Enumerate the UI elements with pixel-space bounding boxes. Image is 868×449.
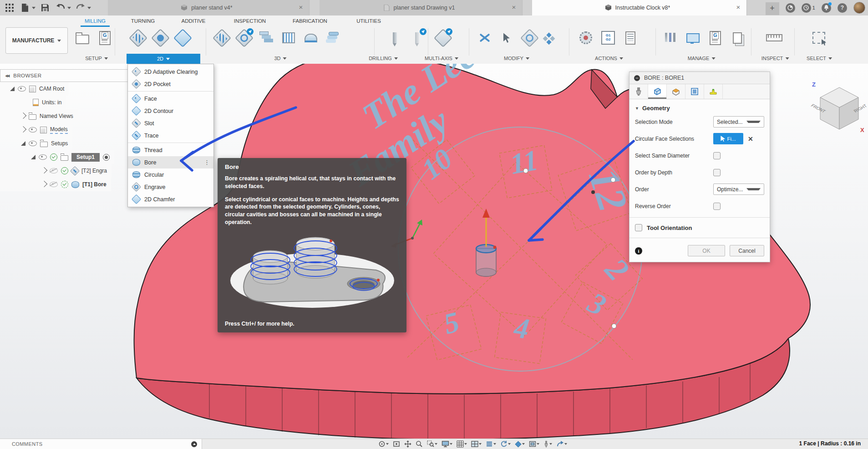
viewport-canvas[interactable]: 10 11 12 2 3 4 5 The Lee Family — [0, 64, 868, 439]
select-marquee-icon[interactable] — [809, 27, 828, 48]
group-label-multiaxis[interactable]: MULTI-AXIS — [425, 56, 458, 61]
undo-icon[interactable] — [55, 2, 66, 14]
group-label-modify[interactable]: MODIFY — [504, 56, 529, 61]
save-icon[interactable] — [39, 2, 51, 14]
2d-adaptive-icon[interactable] — [128, 27, 147, 48]
ribbon-tab-inspection[interactable]: INSPECTION — [230, 17, 270, 26]
visibility-eye-icon[interactable] — [29, 141, 37, 146]
four-diamond-icon[interactable] — [542, 27, 561, 48]
trim-cursor-icon[interactable] — [497, 27, 517, 48]
collapsed-twisty-icon[interactable] — [20, 126, 26, 132]
visibility-off-eye-icon[interactable] — [50, 182, 58, 187]
menu-item-bore[interactable]: Bore⋮ — [128, 156, 213, 168]
comments-expand-icon[interactable] — [191, 441, 197, 447]
visual-style-icon[interactable] — [484, 439, 497, 449]
toolpath-edit-icon[interactable] — [520, 27, 539, 48]
selection-mode-dropdown[interactable]: Selected... — [713, 116, 764, 128]
ok-button[interactable]: OK — [688, 245, 725, 256]
reverse-order-checkbox[interactable] — [713, 203, 721, 210]
info-icon[interactable]: i — [635, 247, 642, 255]
environment-icon[interactable] — [528, 439, 541, 449]
menu-item-2d-chamfer[interactable]: 2D Chamfer — [128, 193, 213, 205]
browser-row-t2-engrave[interactable]: [T2] Engra — [0, 164, 112, 178]
menu-item-trace[interactable]: Trace — [128, 129, 213, 142]
group-label-inspect[interactable]: INSPECT — [761, 56, 789, 61]
spiral-icon[interactable] — [324, 27, 343, 48]
swarf-icon[interactable] — [433, 27, 452, 48]
tool-preview-icon[interactable] — [542, 439, 553, 449]
redo-caret-icon[interactable] — [87, 7, 91, 9]
orbit-icon[interactable] — [377, 439, 390, 449]
tab-passes[interactable] — [685, 84, 704, 99]
3d-pocket-icon[interactable] — [234, 27, 254, 48]
display-settings-icon[interactable] — [440, 439, 454, 449]
file-menu-icon[interactable] — [19, 2, 31, 14]
tab-linking[interactable] — [704, 84, 723, 99]
extensions-icon[interactable] — [786, 3, 795, 13]
tool-library-icon[interactable] — [661, 27, 680, 48]
group-label-3d[interactable]: 3D — [274, 56, 286, 61]
setup-sheet-icon[interactable] — [621, 27, 640, 48]
comments-panel[interactable]: COMMENTS — [0, 439, 202, 449]
tab-heights[interactable] — [667, 84, 685, 99]
close-tab-icon[interactable]: × — [735, 4, 742, 11]
new-tab-button[interactable]: + — [766, 2, 779, 15]
tab-geometry[interactable] — [648, 84, 667, 99]
visibility-eye-icon[interactable] — [18, 86, 26, 92]
kebab-menu-icon[interactable]: ⋮ — [204, 159, 210, 166]
circular-hole-icon[interactable] — [407, 27, 426, 48]
machine-library-icon[interactable]: G — [706, 27, 725, 48]
menu-item-2d-contour[interactable]: 2D Contour — [128, 105, 213, 117]
redo-icon[interactable] — [75, 2, 86, 14]
browser-row-setup1[interactable]: Setup1 — [0, 150, 114, 164]
expanded-twisty-icon[interactable] — [31, 155, 36, 159]
active-setup-radio-icon[interactable] — [103, 154, 110, 161]
order-dropdown[interactable]: Optimize... — [713, 184, 764, 195]
app-grid-icon[interactable] — [4, 2, 15, 14]
browser-header[interactable]: ◀◀ BROWSER — [0, 69, 133, 82]
2d-contour-icon[interactable] — [173, 27, 192, 48]
group-label-select[interactable]: SELECT — [807, 56, 832, 61]
cancel-button[interactable]: Cancel — [730, 245, 764, 256]
tool-orientation-checkbox[interactable] — [635, 224, 642, 231]
expanded-twisty-icon[interactable] — [10, 87, 15, 91]
morphed-spiral-icon[interactable] — [301, 27, 320, 48]
expanded-twisty-icon[interactable] — [21, 141, 25, 146]
scissors-icon[interactable] — [475, 27, 494, 48]
dialog-header[interactable]: − BORE : BORE1 — [629, 72, 770, 84]
tab-tool[interactable] — [629, 84, 648, 99]
ribbon-tab-additive[interactable]: ADDITIVE — [177, 17, 209, 26]
workspace-switcher-button[interactable]: MANUFACTURE — [5, 27, 68, 54]
new-setup-icon[interactable] — [73, 27, 92, 48]
notifications-bell-icon[interactable] — [822, 3, 831, 13]
browser-row-setups[interactable]: Setups — [0, 137, 72, 150]
menu-item-face[interactable]: Face — [128, 92, 213, 105]
g1g2-generate-icon[interactable]: G1 G2 — [599, 27, 618, 48]
templates-icon[interactable] — [728, 27, 747, 48]
visibility-off-eye-icon[interactable] — [50, 168, 58, 173]
collapse-browser-icon[interactable]: ◀◀ — [5, 74, 9, 78]
close-tab-icon[interactable]: × — [510, 4, 518, 11]
group-label-actions[interactable]: ACTIONS — [595, 56, 623, 61]
ribbon-tab-turning[interactable]: TURNING — [127, 17, 159, 26]
same-diameter-checkbox[interactable] — [713, 152, 721, 159]
document-tab-instructable-clock[interactable]: Instructable Clock v8* × — [532, 0, 747, 15]
menu-item-slot[interactable]: Slot — [128, 117, 213, 129]
measure-icon[interactable] — [765, 27, 784, 48]
face-selection-button[interactable]: Fi... — [713, 133, 743, 144]
menu-item-circular[interactable]: Circular — [128, 168, 213, 181]
undo-caret-icon[interactable] — [67, 7, 71, 9]
drill-icon[interactable] — [385, 27, 404, 48]
ribbon-tab-milling[interactable]: MILLING — [81, 17, 110, 27]
job-status-icon[interactable] — [802, 3, 811, 13]
geometry-section-header[interactable]: ▼ Geometry — [629, 99, 770, 113]
group-label-drilling[interactable]: DRILLING — [369, 56, 398, 61]
browser-row-models[interactable]: Models — [0, 123, 72, 137]
document-tab-planer-stand-drawing[interactable]: planer stand Drawing v1 × — [320, 0, 523, 15]
collapsed-twisty-icon[interactable] — [20, 112, 26, 118]
user-avatar[interactable] — [853, 2, 865, 14]
menu-item-2d-adaptive-clearing[interactable]: 2D Adaptive Clearing — [128, 66, 213, 78]
group-label-setup[interactable]: SETUP — [85, 56, 108, 61]
collapsed-twisty-icon[interactable] — [41, 180, 47, 187]
browser-row-units[interactable]: Units: in — [0, 96, 66, 109]
